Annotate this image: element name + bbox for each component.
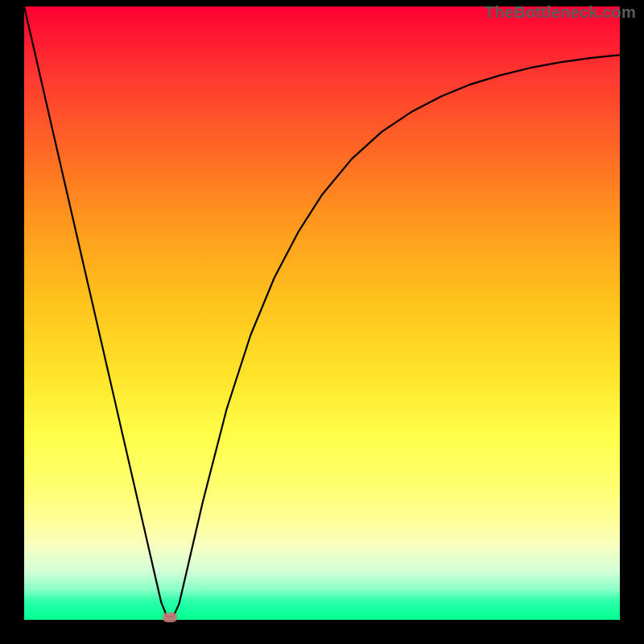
curve-path — [24, 6, 620, 617]
chart-container: TheBottleneck.com — [0, 0, 644, 644]
plot-area — [24, 6, 620, 620]
optimal-point-marker — [163, 613, 177, 622]
bottleneck-curve — [24, 6, 620, 620]
